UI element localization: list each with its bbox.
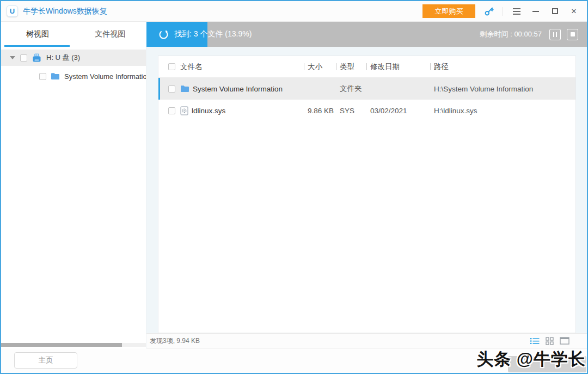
header-path[interactable]: 路径	[430, 62, 575, 72]
list-view-icon[interactable]	[530, 338, 540, 345]
file-path: H:\System Volume Information	[430, 85, 575, 93]
minimize-icon[interactable]	[530, 6, 541, 17]
spinner-icon	[158, 29, 169, 40]
header-type[interactable]: 类型	[336, 62, 366, 72]
app-window: U 牛学长Windows数据恢复 立即购买 × 树视图 文件视图	[0, 0, 588, 374]
file-size: 9.86 KB	[304, 107, 336, 115]
tree-panel: H: U 盘 (3) System Volume Information	[1, 47, 146, 348]
tree-item-label: H: U 盘 (3)	[46, 53, 80, 63]
tree-scrollbar-thumb[interactable]	[1, 343, 122, 347]
sys-file-icon	[180, 106, 188, 115]
preview-pane-icon[interactable]	[560, 337, 569, 345]
title-bar: U 牛学长Windows数据恢复 立即购买 ×	[1, 1, 587, 22]
titlebar-divider	[503, 7, 503, 16]
maximize-icon[interactable]	[549, 6, 560, 17]
row-checkbox[interactable]	[168, 85, 175, 93]
header-filename[interactable]: 文件名	[180, 62, 304, 72]
folder-icon	[180, 85, 189, 93]
found-summary: 发现3项, 9.94 KB	[150, 336, 200, 346]
grid-view-icon[interactable]	[546, 337, 554, 345]
folder-icon	[51, 72, 60, 80]
tab-tree-view[interactable]: 树视图	[1, 22, 74, 47]
file-path: H:\ldlinux.sys	[430, 107, 575, 115]
status-bar: 发现3项, 9.94 KB	[146, 333, 587, 348]
header-modified-date[interactable]: 修改日期	[366, 62, 430, 72]
table-row[interactable]: ldlinux.sys 9.86 KB SYS 03/02/2021 H:\ld…	[158, 100, 575, 121]
found-files-label: 找到: 3 个文件 (13.9%)	[174, 29, 252, 39]
scan-progress-bar: 找到: 3 个文件 (13.9%) 剩余时间 : 00:00:57	[146, 22, 587, 47]
tree-item-label: System Volume Information	[64, 72, 146, 81]
buy-now-button[interactable]: 立即购买	[422, 4, 475, 18]
file-name: ldlinux.sys	[192, 107, 225, 115]
header-size[interactable]: 大小	[304, 62, 336, 72]
expand-arrow-icon[interactable]	[10, 56, 15, 59]
file-name: System Volume Information	[193, 85, 283, 93]
tree-item-system-volume-information[interactable]: System Volume Information	[1, 69, 146, 84]
tree-horizontal-scrollbar	[1, 343, 146, 347]
select-all-checkbox[interactable]	[168, 63, 175, 70]
pause-button[interactable]	[549, 29, 561, 40]
bottom-bar: 主页	[1, 348, 587, 373]
file-date: 03/02/2021	[366, 107, 430, 115]
table-row[interactable]: System Volume Information 文件夹 H:\System …	[158, 78, 575, 100]
drive-checkbox[interactable]	[20, 54, 27, 62]
row-checkbox[interactable]	[168, 107, 175, 114]
tree-item-drive-h[interactable]: H: U 盘 (3)	[1, 50, 146, 66]
folder-checkbox[interactable]	[39, 73, 46, 80]
usb-drive-icon	[32, 53, 42, 63]
table-header-row: 文件名 大小 类型 修改日期 路径	[158, 56, 575, 78]
main-area: H: U 盘 (3) System Volume Information 文件名	[1, 47, 587, 348]
file-table: 文件名 大小 类型 修改日期 路径 System Volume Informat…	[158, 56, 576, 333]
tab-file-view[interactable]: 文件视图	[74, 22, 147, 47]
app-title: 牛学长Windows数据恢复	[23, 7, 107, 16]
file-type: 文件夹	[336, 84, 366, 94]
register-key-icon[interactable]	[483, 6, 494, 17]
app-logo-icon: U	[7, 5, 18, 17]
menu-icon[interactable]	[511, 6, 522, 17]
stop-button[interactable]	[567, 29, 578, 40]
remaining-time-label: 剩余时间 : 00:00:57	[480, 29, 542, 39]
close-icon[interactable]: ×	[568, 6, 579, 17]
recover-button-disabled[interactable]	[508, 356, 586, 372]
home-button[interactable]: 主页	[14, 352, 77, 369]
view-tabbar: 树视图 文件视图	[1, 22, 146, 47]
file-type: SYS	[336, 107, 366, 115]
